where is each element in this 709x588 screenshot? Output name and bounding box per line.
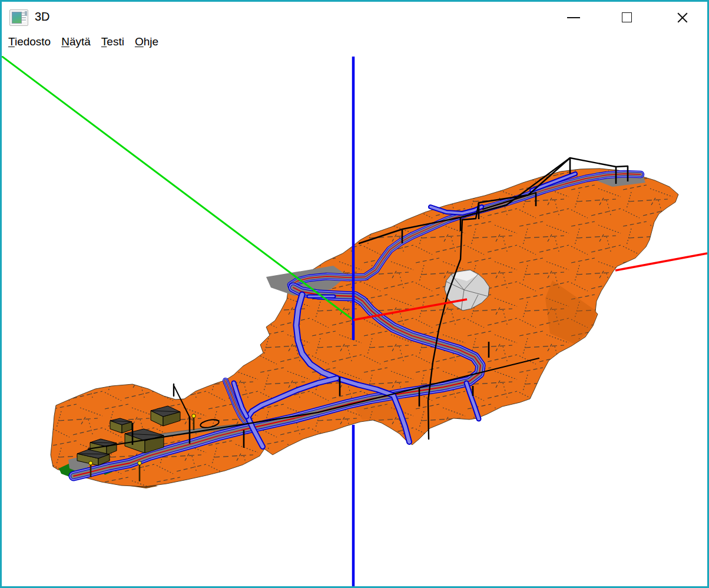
menu-item-tiedosto[interactable]: Tiedosto bbox=[8, 33, 51, 51]
axis-y-green bbox=[2, 57, 353, 321]
menu-bar: TiedostoNäytäTestiOhje bbox=[2, 33, 707, 56]
app-window: 3D TiedostoNäytäTestiOhje bbox=[0, 0, 709, 588]
menu-item-ohje[interactable]: Ohje bbox=[135, 33, 158, 51]
app-icon-picture bbox=[12, 12, 22, 24]
street-light bbox=[192, 414, 196, 418]
street-light bbox=[138, 461, 141, 465]
close-button[interactable] bbox=[667, 2, 698, 33]
close-icon bbox=[676, 11, 689, 24]
title-bar: 3D bbox=[2, 2, 707, 33]
menu-item-testi[interactable]: Testi bbox=[101, 33, 124, 51]
viewport-3d[interactable] bbox=[2, 56, 707, 586]
minimize-icon bbox=[567, 17, 580, 18]
scene-canvas[interactable] bbox=[2, 56, 707, 586]
menu-item-nyt[interactable]: Näytä bbox=[61, 33, 91, 51]
street-light bbox=[89, 461, 92, 465]
minimize-button[interactable] bbox=[558, 2, 589, 33]
app-icon bbox=[9, 9, 28, 26]
app-icon-scrollbar bbox=[25, 11, 27, 16]
window-title: 3D bbox=[35, 10, 50, 24]
maximize-button[interactable] bbox=[611, 2, 642, 33]
maximize-icon bbox=[622, 12, 632, 22]
